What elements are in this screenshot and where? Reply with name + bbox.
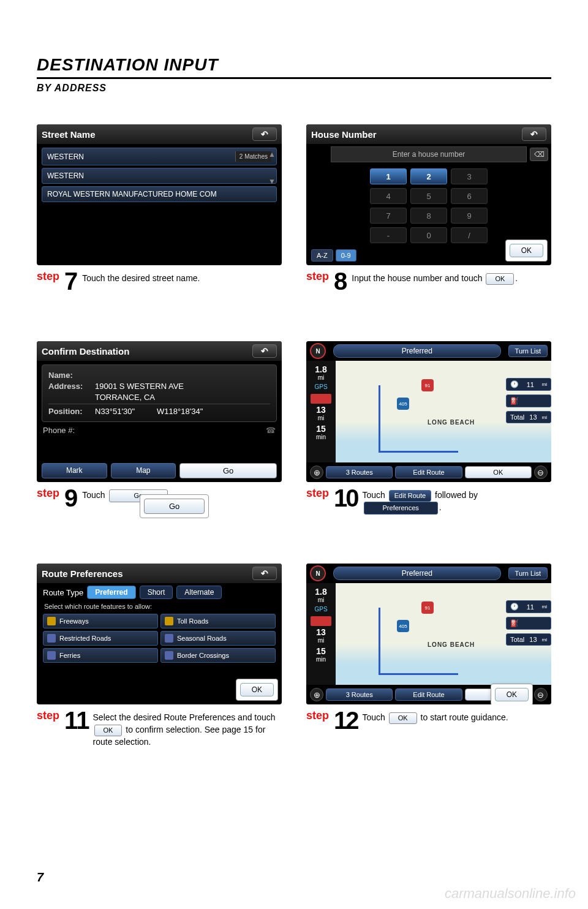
page-title: DESTINATION INPUT	[37, 55, 551, 79]
go-button[interactable]: Go	[179, 463, 277, 478]
step-number: 8	[334, 270, 347, 292]
select-features-text: Select which route features to allow:	[37, 602, 282, 611]
ok-button[interactable]: OK	[240, 683, 274, 696]
numeric-keypad: 1 2 3 4 5 6 7 8 9 - 0 /	[306, 168, 551, 243]
address-1: 19001 S WESTERN AVE	[95, 382, 184, 391]
feature-seasonal[interactable]: Seasonal Roads	[160, 631, 276, 646]
phone-label: Phone #:	[43, 426, 75, 435]
list-item[interactable]: WESTERN 2 Matches	[42, 148, 277, 165]
step-number: 11	[64, 709, 88, 731]
screen-street-name: Street Name ↶ WESTERN 2 Matches WESTERN …	[37, 124, 282, 265]
tab-09[interactable]: 0-9	[336, 249, 356, 262]
address-2: TORRANCE, CA	[95, 393, 155, 402]
preferred-pill[interactable]: Preferred	[333, 567, 501, 580]
address-label: Address:	[48, 382, 91, 391]
turn-list-button[interactable]: Turn List	[508, 345, 548, 357]
step-label: step	[306, 709, 329, 722]
route-opt-preferred[interactable]: Preferred	[87, 586, 135, 599]
route-side-info: 🕐11mi ⛽ Total13mi	[506, 378, 551, 423]
number-input[interactable]: Enter a house number ⌫	[331, 146, 527, 162]
border-icon	[165, 651, 173, 660]
feature-ferries[interactable]: Ferries	[43, 648, 158, 663]
step-caption: Touch the desired street name.	[82, 270, 200, 285]
step-label: step	[37, 270, 59, 283]
ok-inline-icon: OK	[389, 712, 417, 724]
position-lat: N33°51'30"	[95, 407, 135, 416]
position-lon: W118°18'34"	[157, 407, 203, 416]
routes-button[interactable]: 3 Routes	[326, 466, 393, 478]
tab-az[interactable]: A-Z	[311, 249, 333, 262]
step-7: Street Name ↶ WESTERN 2 Matches WESTERN …	[37, 124, 282, 292]
step-12: N Preferred Turn List 1.8mi GPS 13mi 15m…	[306, 564, 551, 748]
phone-icon[interactable]: ☎	[266, 426, 276, 435]
screen-route-preferences: Route Preferences ↶ Route Type Preferred…	[37, 564, 282, 704]
back-icon[interactable]: ↶	[252, 567, 277, 580]
zoom-in-icon[interactable]: ⊕	[310, 466, 323, 479]
turn-list-button[interactable]: Turn List	[508, 567, 548, 579]
feature-toll[interactable]: Toll Roads	[160, 614, 276, 628]
key-9[interactable]: 9	[451, 208, 488, 224]
edit-route-button[interactable]: Edit Route	[395, 466, 462, 478]
zoom-out-icon[interactable]: ⊖	[534, 688, 548, 701]
key-2[interactable]: 2	[410, 168, 447, 184]
clock-icon: 🕐	[510, 603, 519, 611]
key-0[interactable]: 0	[410, 227, 447, 243]
key-7[interactable]: 7	[370, 208, 407, 224]
feature-freeways[interactable]: Freeways	[43, 614, 158, 628]
street-name: WESTERN	[47, 153, 84, 161]
key-5[interactable]: 5	[410, 188, 447, 204]
ok-overlay: OK	[491, 684, 533, 704]
back-icon[interactable]: ↶	[252, 127, 277, 141]
key-dash[interactable]: -	[370, 227, 407, 243]
route-shield-icon: 91	[421, 602, 434, 614]
feature-restricted[interactable]: Restricted Roads	[43, 631, 158, 646]
route-shield-icon: 405	[397, 398, 409, 410]
scroll-up-icon[interactable]: ▲	[268, 150, 276, 159]
key-1[interactable]: 1	[370, 168, 407, 184]
routes-button[interactable]: 3 Routes	[326, 688, 393, 701]
list-item[interactable]: ROYAL WESTERN MANUFACTURED HOME COM	[42, 186, 277, 202]
key-8[interactable]: 8	[410, 208, 447, 224]
compass-icon[interactable]: N	[310, 565, 326, 581]
key-6[interactable]: 6	[451, 188, 488, 204]
step-caption: Touch OK to start route guidance.	[363, 709, 508, 724]
delete-icon[interactable]: ⌫	[530, 148, 548, 161]
map-button[interactable]: Map	[111, 463, 176, 478]
zoom-out-icon[interactable]: ⊖	[534, 466, 548, 479]
step-9: Confirm Destination ↶ Name: Address:1900…	[37, 341, 282, 515]
compass-icon[interactable]: N	[310, 343, 326, 359]
back-icon[interactable]: ↶	[252, 344, 277, 358]
watermark: carmanualsonline.info	[445, 886, 576, 902]
ok-button-overlay[interactable]: OK	[495, 688, 529, 701]
feature-border[interactable]: Border Crossings	[160, 648, 276, 663]
step-10: N Preferred Turn List 1.8mi GPS 13mi 15m…	[306, 341, 551, 515]
toll-icon	[165, 617, 173, 625]
ok-inline-icon: OK	[94, 725, 123, 736]
list-item[interactable]: WESTERN	[42, 168, 277, 184]
ok-button[interactable]: OK	[510, 244, 543, 257]
route-opt-alternate[interactable]: Alternate	[176, 586, 222, 599]
step-11: Route Preferences ↶ Route Type Preferred…	[37, 564, 282, 748]
seasonal-icon	[165, 634, 173, 643]
fuel-icon: ⛽	[510, 619, 519, 627]
destination-details: Name: Address:19001 S WESTERN AVE TORRAN…	[42, 364, 277, 422]
ferry-icon	[47, 651, 56, 660]
ok-inline-icon: OK	[486, 273, 514, 285]
ok-button[interactable]: OK	[465, 466, 532, 478]
zoom-in-icon[interactable]: ⊕	[310, 688, 323, 701]
preferred-pill[interactable]: Preferred	[333, 344, 501, 358]
scroll-down-icon[interactable]: ▼	[268, 177, 276, 186]
restricted-icon	[47, 634, 56, 643]
traffic-indicator	[311, 616, 331, 626]
page-number: 7	[37, 870, 43, 884]
back-icon[interactable]: ↶	[522, 127, 546, 141]
key-3[interactable]: 3	[451, 168, 488, 184]
route-opt-short[interactable]: Short	[140, 586, 173, 599]
go-overlay: Go	[140, 494, 209, 518]
go-button-overlay[interactable]: Go	[144, 499, 205, 514]
key-4[interactable]: 4	[370, 188, 407, 204]
clock-icon: 🕐	[510, 380, 519, 388]
key-slash[interactable]: /	[451, 227, 488, 243]
mark-button[interactable]: Mark	[42, 463, 107, 478]
edit-route-button[interactable]: Edit Route	[395, 688, 462, 701]
